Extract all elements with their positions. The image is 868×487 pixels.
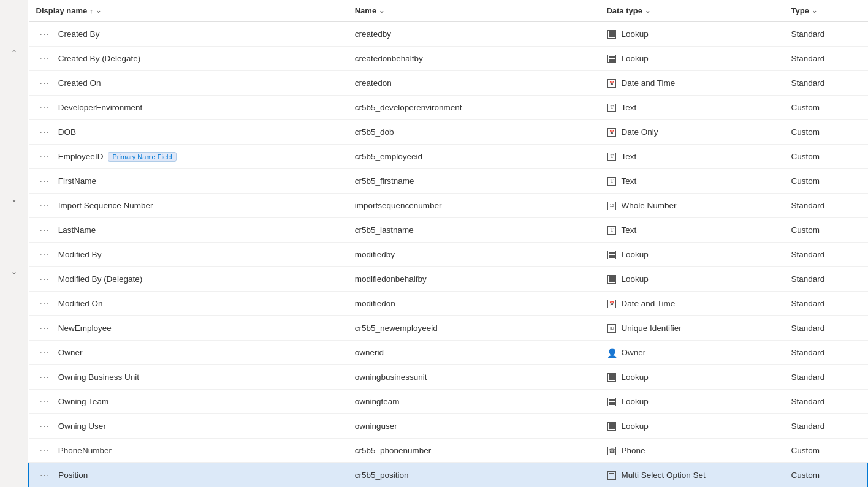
table-row[interactable]: ···DOBcr5b5_dob 📅 Date Only Custom [29, 120, 868, 145]
col-header-name[interactable]: Name ⌄ [348, 0, 600, 22]
type-cell: Standard [784, 292, 868, 316]
name-cell: cr5b5_newemployeeid [348, 316, 600, 341]
name-cell: cr5b5_dob [348, 120, 600, 145]
type-label: Type [791, 6, 809, 15]
table-row[interactable]: ···Ownerownerid 👤 Owner Standard [29, 341, 868, 365]
name-cell: createdby [348, 22, 600, 47]
data-type-cell: Lookup [599, 22, 783, 47]
row-dots[interactable]: ··· [36, 102, 53, 113]
row-dots[interactable]: ··· [36, 78, 53, 89]
data-type-icon: T [606, 151, 617, 162]
data-type-icon: 📅 [606, 127, 617, 138]
table-row[interactable]: ···DeveloperEnvironmentcr5b5_developeren… [29, 96, 868, 120]
table-row[interactable]: ···FirstNamecr5b5_firstname T Text Custo… [29, 169, 868, 194]
row-dots[interactable]: ··· [36, 372, 53, 383]
display-name-value: LastName [58, 225, 96, 235]
name-sort-icon: ⌄ [379, 7, 384, 15]
table-row[interactable]: ···Modified Bymodifiedby Lookup Standard [29, 243, 868, 267]
row-dots[interactable]: ··· [36, 127, 53, 138]
row-dots[interactable]: ··· [36, 29, 53, 40]
table-row[interactable]: ···Owning Userowninguser Lookup Standard [29, 414, 868, 439]
display-name-cell: ···LastName [29, 218, 348, 243]
table-row[interactable]: ···Positioncr5b5_position Multi Select O… [29, 463, 868, 488]
display-name-value: FirstName [58, 176, 96, 186]
display-name-value: Import Sequence Number [58, 201, 153, 210]
table-row[interactable]: ···Created Bycreatedby Lookup Standard [29, 22, 868, 47]
row-dots[interactable]: ··· [36, 53, 53, 64]
data-type-cell: T Text [599, 218, 783, 243]
data-type-value: Owner [621, 348, 645, 357]
sort-asc-icon: ↑ [89, 7, 93, 15]
display-name-value: Owning Business Unit [58, 372, 139, 382]
data-type-icon: T [606, 225, 617, 236]
row-dots[interactable]: ··· [36, 249, 53, 260]
display-name-value: Modified By [58, 250, 102, 259]
data-type-value: Whole Number [621, 201, 676, 210]
table-body: ···Created Bycreatedby Lookup Standard··… [29, 22, 868, 488]
row-dots[interactable]: ··· [36, 396, 53, 407]
data-type-value: Phone [621, 446, 645, 455]
type-cell: Standard [784, 414, 868, 439]
table-row[interactable]: ···Created By (Delegate)createdonbehalfb… [29, 47, 868, 71]
data-type-icon: T [606, 176, 617, 187]
data-type-value: Date and Time [621, 78, 675, 88]
data-type-value: Date Only [621, 127, 658, 137]
table-row[interactable]: ···Import Sequence Numberimportsequencen… [29, 194, 868, 218]
type-sort-icon: ⌄ [812, 7, 817, 15]
display-name-cell: ···Created On [29, 71, 348, 96]
chevron-down-icon[interactable]: ⌄ [11, 195, 17, 203]
data-type-cell: 📅 Date Only [599, 120, 783, 145]
row-dots[interactable]: ··· [36, 298, 53, 309]
row-dots[interactable]: ··· [36, 445, 53, 456]
display-name-value: NewEmployee [58, 323, 112, 333]
table-row[interactable]: ···NewEmployeecr5b5_newemployeeid ID Uni… [29, 316, 868, 341]
table-row[interactable]: ···PhoneNumbercr5b5_phonenumber ☎ Phone … [29, 439, 868, 463]
data-type-value: Lookup [621, 29, 648, 39]
row-dots[interactable]: ··· [36, 470, 53, 481]
row-dots[interactable]: ··· [36, 347, 53, 358]
type-cell: Custom [784, 439, 868, 463]
name-cell: modifiedby [348, 243, 600, 267]
row-dots[interactable]: ··· [36, 421, 53, 432]
row-dots[interactable]: ··· [36, 176, 53, 187]
data-type-icon [606, 396, 617, 407]
row-dots[interactable]: ··· [36, 200, 53, 211]
row-dots[interactable]: ··· [36, 225, 53, 236]
data-type-cell: T Text [599, 96, 783, 120]
table-row[interactable]: ···Modified By (Delegate)modifiedonbehal… [29, 267, 868, 292]
data-type-cell: ID Unique Identifier [599, 316, 783, 341]
data-type-value: Text [621, 103, 636, 112]
sort-desc-icon: ⌄ [96, 7, 101, 15]
data-type-value: Text [621, 225, 636, 235]
table-row[interactable]: ···LastNamecr5b5_lastname T Text Custom [29, 218, 868, 243]
data-type-value: Date and Time [621, 299, 675, 308]
type-cell: Custom [784, 463, 868, 488]
type-cell: Custom [784, 169, 868, 194]
display-name-cell: ···Created By [29, 22, 348, 47]
data-type-icon [606, 274, 617, 285]
table-row[interactable]: ···Owning Teamowningteam Lookup Standard [29, 390, 868, 414]
data-type-icon [606, 470, 617, 481]
display-name-value: Created On [58, 78, 101, 88]
display-name-cell: ···Owning Team [29, 390, 348, 414]
data-type-icon: 12 [606, 200, 617, 211]
row-dots[interactable]: ··· [36, 274, 53, 285]
name-cell: ownerid [348, 341, 600, 365]
chevron-up-icon[interactable]: ⌃ [11, 49, 17, 58]
col-header-type[interactable]: Type ⌄ [784, 0, 868, 22]
col-header-data-type[interactable]: Data type ⌄ [599, 0, 783, 22]
display-name-cell: ···Modified On [29, 292, 348, 316]
data-type-icon [606, 372, 617, 383]
table-row[interactable]: ···EmployeeIDPrimary Name Fieldcr5b5_emp… [29, 145, 868, 169]
chevron-down-icon-2[interactable]: ⌄ [11, 267, 17, 276]
display-name-cell: ···EmployeeIDPrimary Name Field [29, 145, 348, 169]
display-name-cell: ···Modified By (Delegate) [29, 267, 348, 292]
col-header-display-name[interactable]: Display name ↑ ⌄ [29, 0, 348, 22]
row-dots[interactable]: ··· [36, 151, 53, 162]
row-dots[interactable]: ··· [36, 323, 53, 334]
table-row[interactable]: ···Created Oncreatedon 📅 Date and Time S… [29, 71, 868, 96]
table-row[interactable]: ···Modified Onmodifiedon 📅 Date and Time… [29, 292, 868, 316]
display-name-value: Modified By (Delegate) [58, 274, 142, 284]
display-name-cell: ···Created By (Delegate) [29, 47, 348, 71]
table-row[interactable]: ···Owning Business Unitowningbusinessuni… [29, 365, 868, 390]
